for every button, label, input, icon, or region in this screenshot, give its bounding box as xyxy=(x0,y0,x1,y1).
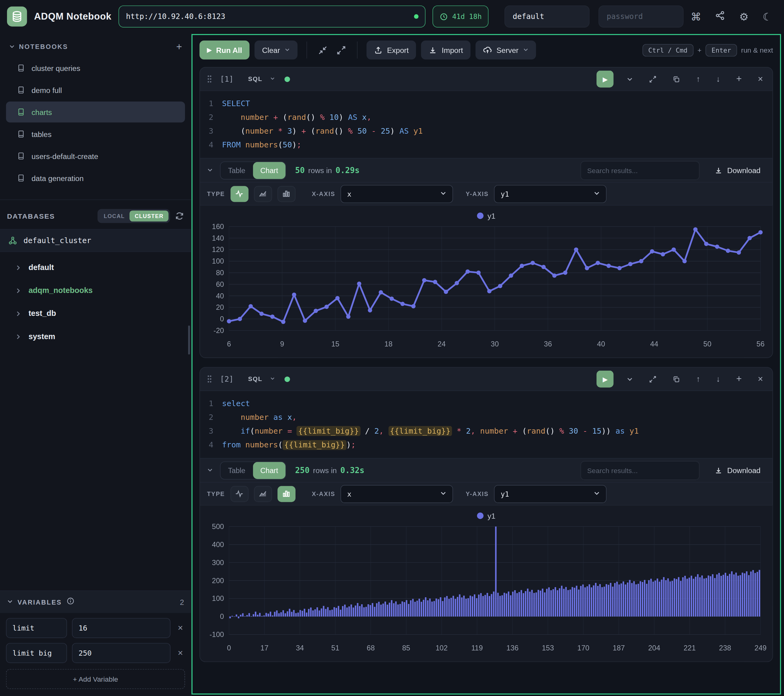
run-shortcut-hint: Ctrl / Cmd + Enter run & next xyxy=(642,44,773,56)
remove-variable-icon[interactable]: × xyxy=(176,623,185,633)
svg-text:18: 18 xyxy=(384,340,392,348)
sidebar-item-data-generation[interactable]: data generation xyxy=(6,168,185,189)
sidebar-item-demo-full[interactable]: demo full xyxy=(6,79,185,100)
fullscreen-cell-icon[interactable] xyxy=(646,75,660,83)
move-cell-up-icon[interactable]: ↑ xyxy=(693,374,703,384)
username-input[interactable] xyxy=(505,5,590,28)
line-chart-type-button[interactable] xyxy=(231,186,249,202)
area-chart-type-button[interactable] xyxy=(254,186,272,202)
collapse-cell-chevron-icon[interactable] xyxy=(624,75,636,83)
toggle-local[interactable]: LOCAL xyxy=(99,211,130,221)
share-icon[interactable] xyxy=(715,10,725,22)
line-chart[interactable]: 160140120100806040200-206915182430364044… xyxy=(200,206,772,355)
svg-text:140: 140 xyxy=(212,234,224,242)
remove-variable-icon[interactable]: × xyxy=(176,648,185,658)
sidebar-scrollbar[interactable] xyxy=(188,325,190,354)
bar-chart[interactable]: 5004003002001000-10001734516885102119136… xyxy=(200,505,772,660)
sidebar-item-charts[interactable]: charts xyxy=(6,102,185,123)
notebooks-collapse-chevron-icon[interactable] xyxy=(9,42,15,51)
cluster-row[interactable]: default_cluster xyxy=(0,229,191,252)
collapse-cell-chevron-icon[interactable] xyxy=(624,375,636,383)
line-chart-type-button[interactable] xyxy=(231,485,249,502)
y-axis-select[interactable]: y1 xyxy=(494,185,606,203)
table-view-tab[interactable]: Table xyxy=(221,462,253,479)
add-cell-icon[interactable]: + xyxy=(733,373,745,385)
database-item-system[interactable]: system xyxy=(5,325,186,348)
chart-view-tab[interactable]: Chart xyxy=(253,162,286,179)
x-axis-select[interactable]: x xyxy=(341,185,453,203)
variable-name-input[interactable] xyxy=(6,618,67,638)
server-button[interactable]: Server xyxy=(475,40,536,59)
sql-editor[interactable]: 1select2 number as x,3 if(number = {{lim… xyxy=(200,390,772,458)
collapse-all-cells-button[interactable] xyxy=(316,43,329,57)
password-input[interactable] xyxy=(599,5,684,28)
run-cell-button[interactable]: ▶ xyxy=(597,71,614,88)
clear-button[interactable]: Clear xyxy=(255,40,297,59)
search-results-input[interactable] xyxy=(581,461,700,480)
variable-value-input[interactable] xyxy=(72,643,171,663)
variables-collapse-chevron-icon[interactable] xyxy=(7,597,13,606)
download-icon xyxy=(715,466,723,474)
search-results-input[interactable] xyxy=(581,161,700,180)
theme-moon-icon[interactable]: ☾ xyxy=(763,12,772,22)
server-url-input[interactable] xyxy=(119,5,425,28)
run-all-button[interactable]: ▶ Run All xyxy=(199,40,250,59)
database-item-adqm-notebooks[interactable]: adqm_notebooks xyxy=(5,279,186,302)
x-axis-select[interactable]: x xyxy=(341,485,453,503)
y-axis-select[interactable]: y1 xyxy=(494,485,606,503)
close-cell-icon[interactable]: × xyxy=(754,374,766,385)
language-chevron-icon[interactable] xyxy=(270,76,275,82)
download-button[interactable]: Download xyxy=(712,165,764,175)
move-cell-up-icon[interactable]: ↑ xyxy=(693,74,703,84)
drag-handle-icon[interactable] xyxy=(206,375,212,383)
settings-gear-icon[interactable]: ⚙ xyxy=(740,12,749,22)
command-shortcuts-icon[interactable]: ⌘ xyxy=(691,12,701,22)
expand-all-cells-button[interactable] xyxy=(334,43,348,57)
variables-info-icon[interactable] xyxy=(66,597,74,607)
bar-chart-type-button[interactable] xyxy=(277,186,295,202)
import-icon xyxy=(428,46,437,54)
toggle-cluster[interactable]: CLUSTER xyxy=(130,211,168,221)
duplicate-cell-icon[interactable] xyxy=(670,375,683,383)
database-item-test-db[interactable]: test_db xyxy=(5,302,186,325)
sidebar-item-tables[interactable]: tables xyxy=(6,123,185,145)
language-chevron-icon[interactable] xyxy=(270,376,275,382)
sidebar-item-cluster-queries[interactable]: cluster queries xyxy=(6,58,185,79)
area-chart-type-button[interactable] xyxy=(254,485,272,502)
run-cell-button[interactable]: ▶ xyxy=(597,371,614,388)
duplicate-cell-icon[interactable] xyxy=(670,75,683,83)
add-cell-icon[interactable]: + xyxy=(733,73,745,85)
svg-text:0: 0 xyxy=(220,612,224,620)
table-view-tab[interactable]: Table xyxy=(221,162,253,179)
code-line: 3 (number * 3) + (rand() % 50 - 25) AS y… xyxy=(200,125,772,138)
bar-chart-icon xyxy=(282,189,291,198)
row-count: 50 xyxy=(295,165,305,175)
drag-handle-icon[interactable] xyxy=(206,75,212,84)
close-cell-icon[interactable]: × xyxy=(754,73,766,85)
results-collapse-chevron-icon[interactable] xyxy=(207,467,213,474)
download-button[interactable]: Download xyxy=(712,466,764,475)
pulse-line-icon xyxy=(235,490,244,498)
sql-editor[interactable]: 1SELECT2 number + (rand() % 10) AS x,3 (… xyxy=(200,90,772,158)
results-collapse-chevron-icon[interactable] xyxy=(207,167,213,174)
variable-name-input[interactable] xyxy=(6,643,67,663)
variable-row: × xyxy=(6,618,185,638)
move-cell-down-icon[interactable]: ↓ xyxy=(713,374,723,384)
move-cell-down-icon[interactable]: ↓ xyxy=(713,74,723,84)
chevron-down-icon xyxy=(594,490,600,498)
clock-icon xyxy=(440,12,448,21)
variable-value-input[interactable] xyxy=(72,618,171,638)
fullscreen-cell-icon[interactable] xyxy=(646,375,660,383)
svg-text:204: 204 xyxy=(648,644,660,652)
refresh-databases-icon[interactable] xyxy=(175,212,184,220)
add-variable-button[interactable]: + Add Variable xyxy=(6,669,185,689)
query-time: 0.32s xyxy=(340,466,364,475)
import-button[interactable]: Import xyxy=(421,40,471,59)
bar-chart-type-button[interactable] xyxy=(277,485,295,502)
add-notebook-button[interactable]: + xyxy=(176,41,182,53)
database-tree: defaultadqm_notebookstest_dbsystem xyxy=(0,252,191,352)
chart-view-tab[interactable]: Chart xyxy=(253,462,286,479)
database-item-default[interactable]: default xyxy=(5,256,186,279)
export-button[interactable]: Export xyxy=(366,40,416,59)
sidebar-item-users-default-create[interactable]: users-default-create xyxy=(6,146,185,167)
